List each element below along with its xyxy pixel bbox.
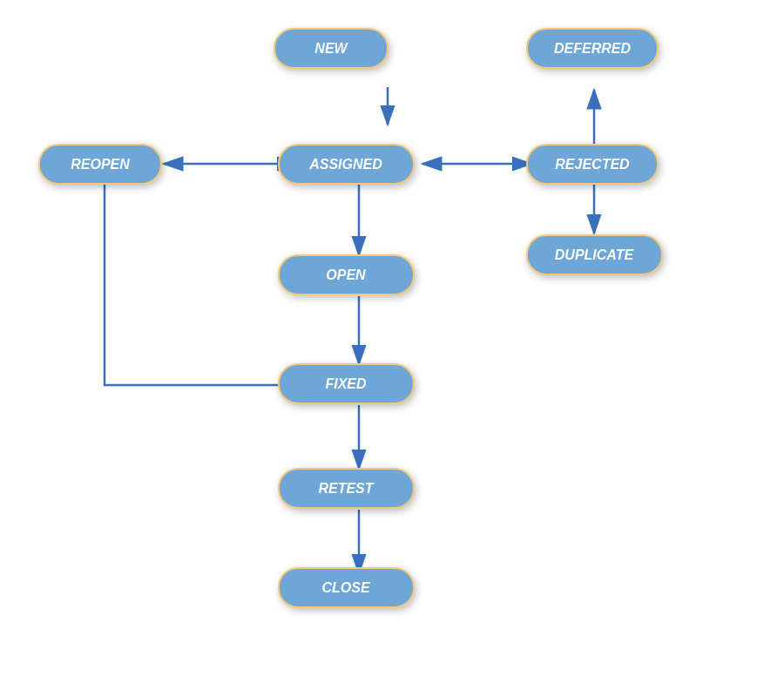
- state-duplicate-label: DUPLICATE: [555, 247, 635, 262]
- state-reopen-label: REOPEN: [71, 157, 130, 172]
- diagram-container: NEW DEFERRED ASSIGNED REOPEN REJECTED OP…: [0, 0, 784, 697]
- state-rejected: REJECTED: [527, 145, 658, 184]
- state-retest-label: RETEST: [318, 481, 374, 496]
- state-new-label: NEW: [314, 41, 348, 56]
- state-fixed-label: FIXED: [325, 376, 367, 391]
- state-close-label: CLOSE: [321, 580, 370, 595]
- state-open-label: OPEN: [326, 267, 366, 282]
- state-assigned-label: ASSIGNED: [308, 157, 382, 172]
- state-reopen: REOPEN: [39, 145, 161, 184]
- state-close: CLOSE: [279, 568, 414, 607]
- state-rejected-label: REJECTED: [555, 157, 630, 172]
- state-open: OPEN: [279, 255, 414, 294]
- state-deferred-label: DEFERRED: [554, 41, 631, 56]
- state-assigned: ASSIGNED: [279, 145, 414, 184]
- state-retest: RETEST: [279, 469, 414, 508]
- state-fixed: FIXED: [279, 364, 414, 403]
- state-deferred: DEFERRED: [527, 29, 658, 68]
- state-new: NEW: [274, 29, 388, 68]
- state-duplicate: DUPLICATE: [527, 235, 662, 274]
